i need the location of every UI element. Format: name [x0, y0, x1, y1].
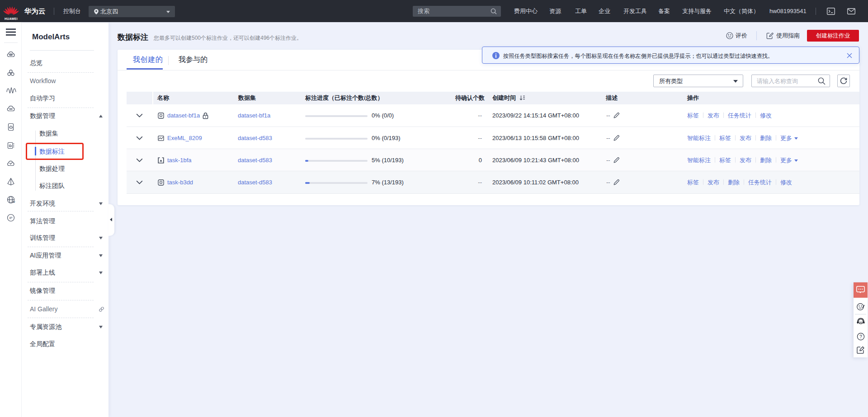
svg-text:HUAWEI: HUAWEI [5, 17, 18, 20]
svg-text:?: ? [859, 334, 862, 339]
svg-text:W: W [13, 201, 15, 203]
svg-text:IP: IP [9, 216, 12, 220]
